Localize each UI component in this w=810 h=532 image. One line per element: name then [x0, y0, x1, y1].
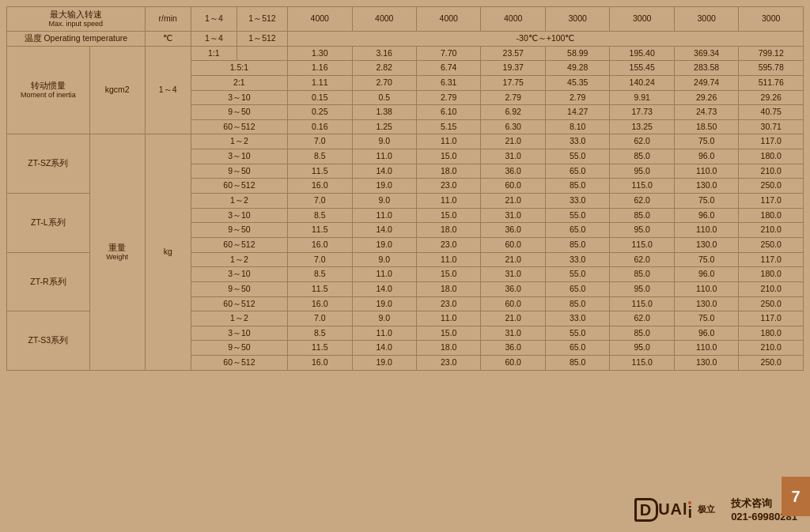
weight-label: 重量 Weight: [89, 134, 145, 370]
zt-s3-label: ZT-S3系列: [7, 311, 90, 371]
iv7: 369.34: [674, 46, 738, 61]
weight-unit: kg: [145, 134, 191, 370]
iv2: 3.16: [352, 46, 416, 61]
speed-v7: 3000: [674, 7, 738, 32]
table-wrapper: 最大输入转速 Max. input speed r/min 1～4 1～512 …: [6, 6, 804, 492]
duali-logo: D UA l i 极立: [634, 498, 715, 522]
speed-v6: 3000: [610, 7, 674, 32]
iv3: 7.70: [416, 46, 480, 61]
inertia-sub-1: [237, 46, 288, 61]
table-row: 最大输入转速 Max. input speed r/min 1～4 1～512 …: [7, 7, 804, 32]
iv4: 23.57: [481, 46, 545, 61]
speed-v1: 4000: [288, 7, 352, 32]
zt-r-label: ZT-R系列: [7, 252, 90, 311]
inertia-ratio-4: 3～10: [191, 90, 287, 105]
bottom-bar: D UA l i 极立 技术咨询 021-69980281: [6, 492, 804, 526]
zt-sz-label: ZT-SZ系列: [7, 134, 90, 194]
inertia-unit: kgcm2: [89, 46, 145, 134]
speed-v8: 3000: [739, 7, 804, 32]
temp-value: -30℃～+100℃: [288, 31, 804, 46]
logo-chinese: 极立: [698, 504, 715, 515]
speed-subrange: 1～512: [237, 7, 288, 32]
speed-v2: 4000: [352, 7, 416, 32]
inertia-ratio-6: 60～512: [191, 119, 287, 134]
inertia-ratio-1: 1:1: [191, 46, 237, 61]
table-row: 转动惯量 Moment of inertia kgcm2 1～4 1:1 1.3…: [7, 46, 804, 61]
temp-subrange: 1～512: [237, 31, 288, 46]
temp-unit: ℃: [145, 31, 191, 46]
temp-label: 温度 Operating temperature: [7, 31, 146, 46]
inertia-label: 转动惯量 Moment of inertia: [7, 46, 90, 134]
page-number: 7: [782, 477, 810, 516]
table-row: 温度 Operating temperature ℃ 1～4 1～512 -30…: [7, 31, 804, 46]
inertia-ratio-2: 1.5:1: [191, 61, 287, 76]
speed-v4: 4000: [481, 7, 545, 32]
speed-v3: 4000: [416, 7, 480, 32]
speed-range: 1～4: [191, 7, 237, 32]
iv5: 58.99: [545, 46, 609, 61]
inertia-range: 1～4: [145, 46, 191, 134]
speed-label: 最大输入转速 Max. input speed: [7, 7, 146, 32]
logo-symbol: D UA l i: [634, 498, 693, 522]
zt-l-label: ZT-L系列: [7, 194, 90, 253]
table-row: ZT-SZ系列 重量 Weight kg 1～2 7.0 9.0 11.0 21…: [7, 134, 804, 149]
iv6: 195.40: [610, 46, 674, 61]
speed-v5: 3000: [545, 7, 609, 32]
temp-range: 1～4: [191, 31, 237, 46]
inertia-ratio-5: 9～50: [191, 105, 287, 120]
iv1: 1.30: [288, 46, 352, 61]
iv8: 799.12: [739, 46, 804, 61]
speed-unit: r/min: [145, 7, 191, 32]
logo-area: D UA l i 极立 技术咨询 021-69980281: [634, 496, 797, 523]
main-container: 最大输入转速 Max. input speed r/min 1～4 1～512 …: [0, 0, 810, 532]
inertia-ratio-3: 2:1: [191, 75, 287, 90]
data-table: 最大输入转速 Max. input speed r/min 1～4 1～512 …: [6, 6, 804, 371]
